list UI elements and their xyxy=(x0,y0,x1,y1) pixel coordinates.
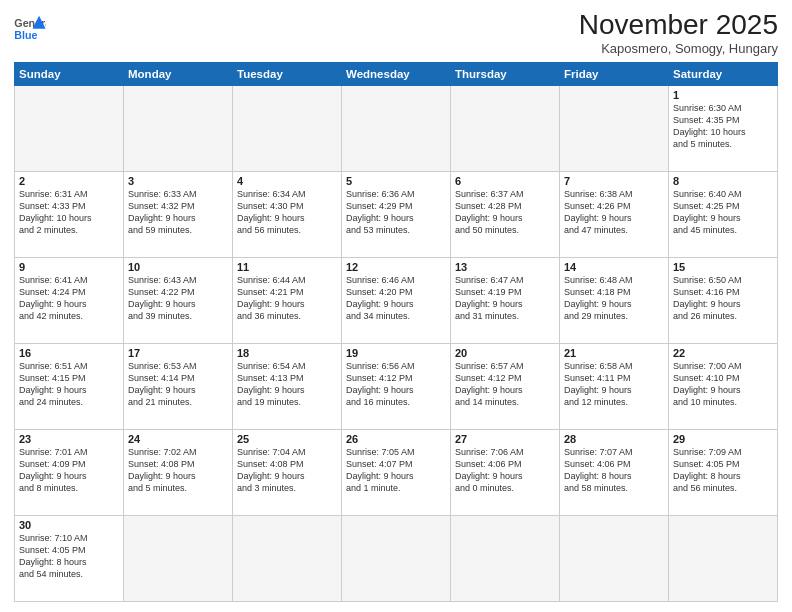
title-block: November 2025 Kaposmero, Somogy, Hungary xyxy=(579,10,778,56)
table-row: 26Sunrise: 7:05 AM Sunset: 4:07 PM Dayli… xyxy=(342,429,451,515)
day-info: Sunrise: 6:34 AM Sunset: 4:30 PM Dayligh… xyxy=(237,188,337,237)
day-number: 19 xyxy=(346,347,446,359)
table-row: 12Sunrise: 6:46 AM Sunset: 4:20 PM Dayli… xyxy=(342,257,451,343)
table-row: 15Sunrise: 6:50 AM Sunset: 4:16 PM Dayli… xyxy=(669,257,778,343)
day-info: Sunrise: 7:02 AM Sunset: 4:08 PM Dayligh… xyxy=(128,446,228,495)
calendar-header-row: Sunday Monday Tuesday Wednesday Thursday… xyxy=(15,62,778,85)
day-info: Sunrise: 7:04 AM Sunset: 4:08 PM Dayligh… xyxy=(237,446,337,495)
table-row: 10Sunrise: 6:43 AM Sunset: 4:22 PM Dayli… xyxy=(124,257,233,343)
table-row xyxy=(451,85,560,171)
day-number: 20 xyxy=(455,347,555,359)
col-tuesday: Tuesday xyxy=(233,62,342,85)
day-number: 4 xyxy=(237,175,337,187)
table-row: 13Sunrise: 6:47 AM Sunset: 4:19 PM Dayli… xyxy=(451,257,560,343)
day-info: Sunrise: 6:48 AM Sunset: 4:18 PM Dayligh… xyxy=(564,274,664,323)
table-row xyxy=(560,515,669,601)
table-row: 11Sunrise: 6:44 AM Sunset: 4:21 PM Dayli… xyxy=(233,257,342,343)
table-row xyxy=(451,515,560,601)
col-sunday: Sunday xyxy=(15,62,124,85)
table-row: 14Sunrise: 6:48 AM Sunset: 4:18 PM Dayli… xyxy=(560,257,669,343)
table-row: 29Sunrise: 7:09 AM Sunset: 4:05 PM Dayli… xyxy=(669,429,778,515)
table-row xyxy=(233,85,342,171)
day-number: 12 xyxy=(346,261,446,273)
calendar-week-row: 2Sunrise: 6:31 AM Sunset: 4:33 PM Daylig… xyxy=(15,171,778,257)
month-title: November 2025 xyxy=(579,10,778,41)
table-row xyxy=(15,85,124,171)
table-row xyxy=(233,515,342,601)
day-info: Sunrise: 7:09 AM Sunset: 4:05 PM Dayligh… xyxy=(673,446,773,495)
page: General Blue November 2025 Kaposmero, So… xyxy=(0,0,792,612)
day-info: Sunrise: 6:43 AM Sunset: 4:22 PM Dayligh… xyxy=(128,274,228,323)
table-row: 18Sunrise: 6:54 AM Sunset: 4:13 PM Dayli… xyxy=(233,343,342,429)
day-number: 7 xyxy=(564,175,664,187)
day-info: Sunrise: 7:06 AM Sunset: 4:06 PM Dayligh… xyxy=(455,446,555,495)
day-info: Sunrise: 6:41 AM Sunset: 4:24 PM Dayligh… xyxy=(19,274,119,323)
col-saturday: Saturday xyxy=(669,62,778,85)
day-number: 9 xyxy=(19,261,119,273)
table-row: 27Sunrise: 7:06 AM Sunset: 4:06 PM Dayli… xyxy=(451,429,560,515)
day-info: Sunrise: 6:47 AM Sunset: 4:19 PM Dayligh… xyxy=(455,274,555,323)
day-number: 26 xyxy=(346,433,446,445)
day-number: 30 xyxy=(19,519,119,531)
col-friday: Friday xyxy=(560,62,669,85)
day-info: Sunrise: 7:07 AM Sunset: 4:06 PM Dayligh… xyxy=(564,446,664,495)
table-row: 22Sunrise: 7:00 AM Sunset: 4:10 PM Dayli… xyxy=(669,343,778,429)
table-row xyxy=(342,85,451,171)
table-row: 5Sunrise: 6:36 AM Sunset: 4:29 PM Daylig… xyxy=(342,171,451,257)
day-info: Sunrise: 6:51 AM Sunset: 4:15 PM Dayligh… xyxy=(19,360,119,409)
day-number: 3 xyxy=(128,175,228,187)
table-row: 4Sunrise: 6:34 AM Sunset: 4:30 PM Daylig… xyxy=(233,171,342,257)
day-info: Sunrise: 6:31 AM Sunset: 4:33 PM Dayligh… xyxy=(19,188,119,237)
svg-text:Blue: Blue xyxy=(14,29,37,41)
table-row: 17Sunrise: 6:53 AM Sunset: 4:14 PM Dayli… xyxy=(124,343,233,429)
calendar-week-row: 1Sunrise: 6:30 AM Sunset: 4:35 PM Daylig… xyxy=(15,85,778,171)
day-number: 10 xyxy=(128,261,228,273)
day-info: Sunrise: 6:50 AM Sunset: 4:16 PM Dayligh… xyxy=(673,274,773,323)
table-row: 16Sunrise: 6:51 AM Sunset: 4:15 PM Dayli… xyxy=(15,343,124,429)
day-number: 24 xyxy=(128,433,228,445)
day-info: Sunrise: 7:10 AM Sunset: 4:05 PM Dayligh… xyxy=(19,532,119,581)
calendar-week-row: 16Sunrise: 6:51 AM Sunset: 4:15 PM Dayli… xyxy=(15,343,778,429)
table-row: 1Sunrise: 6:30 AM Sunset: 4:35 PM Daylig… xyxy=(669,85,778,171)
day-number: 22 xyxy=(673,347,773,359)
day-number: 29 xyxy=(673,433,773,445)
table-row: 6Sunrise: 6:37 AM Sunset: 4:28 PM Daylig… xyxy=(451,171,560,257)
day-info: Sunrise: 6:54 AM Sunset: 4:13 PM Dayligh… xyxy=(237,360,337,409)
logo-icon: General Blue xyxy=(14,14,46,42)
col-wednesday: Wednesday xyxy=(342,62,451,85)
day-number: 8 xyxy=(673,175,773,187)
col-thursday: Thursday xyxy=(451,62,560,85)
day-info: Sunrise: 7:00 AM Sunset: 4:10 PM Dayligh… xyxy=(673,360,773,409)
day-info: Sunrise: 6:56 AM Sunset: 4:12 PM Dayligh… xyxy=(346,360,446,409)
calendar-week-row: 9Sunrise: 6:41 AM Sunset: 4:24 PM Daylig… xyxy=(15,257,778,343)
day-number: 17 xyxy=(128,347,228,359)
table-row: 20Sunrise: 6:57 AM Sunset: 4:12 PM Dayli… xyxy=(451,343,560,429)
day-info: Sunrise: 6:30 AM Sunset: 4:35 PM Dayligh… xyxy=(673,102,773,151)
table-row: 23Sunrise: 7:01 AM Sunset: 4:09 PM Dayli… xyxy=(15,429,124,515)
day-info: Sunrise: 6:33 AM Sunset: 4:32 PM Dayligh… xyxy=(128,188,228,237)
day-number: 18 xyxy=(237,347,337,359)
col-monday: Monday xyxy=(124,62,233,85)
day-number: 28 xyxy=(564,433,664,445)
day-number: 21 xyxy=(564,347,664,359)
table-row xyxy=(669,515,778,601)
table-row xyxy=(124,515,233,601)
table-row: 7Sunrise: 6:38 AM Sunset: 4:26 PM Daylig… xyxy=(560,171,669,257)
day-number: 25 xyxy=(237,433,337,445)
day-info: Sunrise: 6:58 AM Sunset: 4:11 PM Dayligh… xyxy=(564,360,664,409)
day-info: Sunrise: 6:38 AM Sunset: 4:26 PM Dayligh… xyxy=(564,188,664,237)
day-info: Sunrise: 7:01 AM Sunset: 4:09 PM Dayligh… xyxy=(19,446,119,495)
header: General Blue November 2025 Kaposmero, So… xyxy=(14,10,778,56)
day-info: Sunrise: 6:40 AM Sunset: 4:25 PM Dayligh… xyxy=(673,188,773,237)
day-info: Sunrise: 6:53 AM Sunset: 4:14 PM Dayligh… xyxy=(128,360,228,409)
calendar-table: Sunday Monday Tuesday Wednesday Thursday… xyxy=(14,62,778,602)
day-number: 13 xyxy=(455,261,555,273)
table-row: 21Sunrise: 6:58 AM Sunset: 4:11 PM Dayli… xyxy=(560,343,669,429)
table-row: 30Sunrise: 7:10 AM Sunset: 4:05 PM Dayli… xyxy=(15,515,124,601)
table-row xyxy=(342,515,451,601)
day-number: 14 xyxy=(564,261,664,273)
day-info: Sunrise: 7:05 AM Sunset: 4:07 PM Dayligh… xyxy=(346,446,446,495)
day-number: 27 xyxy=(455,433,555,445)
table-row xyxy=(124,85,233,171)
day-info: Sunrise: 6:44 AM Sunset: 4:21 PM Dayligh… xyxy=(237,274,337,323)
